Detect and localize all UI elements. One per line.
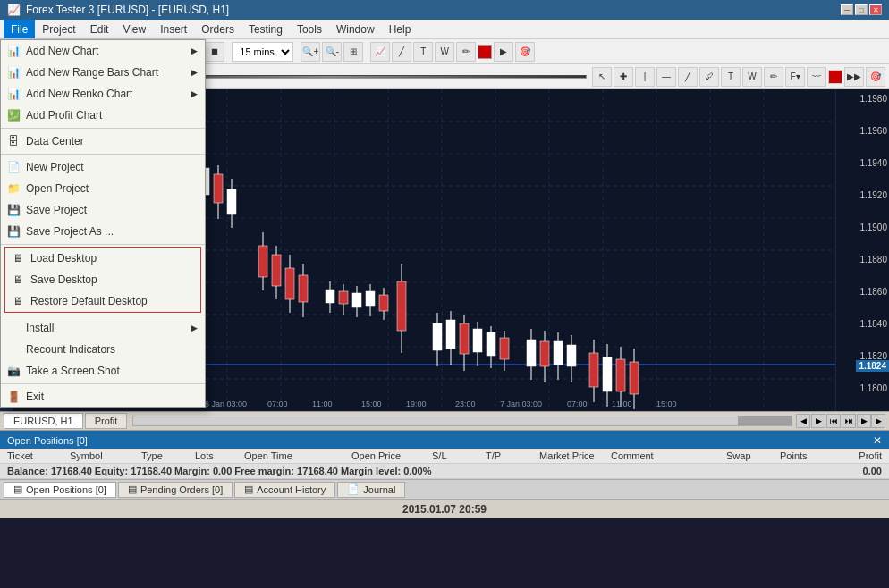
extra-btn[interactable]: 🎯 bbox=[866, 67, 885, 87]
tab-profit[interactable]: Profit bbox=[85, 413, 128, 429]
menu-add-range-bars[interactable]: 📊 Add New Range Bars Chart bbox=[1, 62, 205, 83]
menu-install[interactable]: Install bbox=[1, 317, 205, 339]
menu-save-project[interactable]: 💾 Save Project bbox=[1, 199, 205, 221]
status-text: 2015.01.07 20:59 bbox=[402, 503, 487, 516]
W-btn[interactable]: W bbox=[742, 67, 762, 87]
menu-tools[interactable]: Tools bbox=[290, 20, 329, 38]
menu-orders[interactable]: Orders bbox=[194, 20, 241, 38]
menu-file[interactable]: File bbox=[4, 20, 35, 38]
tab-prev-btn[interactable]: ◀ bbox=[796, 414, 810, 428]
svg-rect-77 bbox=[460, 323, 469, 354]
menu-testing[interactable]: Testing bbox=[241, 20, 290, 38]
text2-btn[interactable]: T bbox=[721, 67, 741, 87]
color2-btn[interactable] bbox=[828, 70, 842, 84]
close-panel-btn[interactable]: ✕ bbox=[873, 434, 882, 447]
col-lots: Lots bbox=[188, 450, 237, 461]
status-bar: 2015.01.07 20:59 bbox=[0, 499, 889, 518]
f-btn[interactable]: F▾ bbox=[785, 67, 805, 87]
tab-last-btn[interactable]: ⏭ bbox=[842, 414, 856, 428]
tline-btn[interactable]: ╱ bbox=[678, 67, 698, 87]
menu-data-center[interactable]: 🗄 Data Center bbox=[1, 130, 205, 152]
tab-add-btn[interactable]: ▶ bbox=[857, 414, 871, 428]
sep4 bbox=[1, 315, 205, 315]
zoom-out-btn[interactable]: 🔍- bbox=[322, 42, 342, 62]
menu-help[interactable]: Help bbox=[382, 20, 419, 38]
zoom-fit-btn[interactable]: ⊞ bbox=[343, 42, 363, 62]
chart2-icon: 📊 bbox=[6, 65, 21, 80]
color-btn[interactable] bbox=[478, 45, 492, 59]
sep2 bbox=[1, 154, 205, 155]
tab-first-btn[interactable]: ⏮ bbox=[826, 414, 841, 428]
tab-next-btn[interactable]: ▶ bbox=[811, 414, 826, 428]
profit-icon: 💹 bbox=[6, 108, 21, 122]
cursor-btn[interactable]: ↖ bbox=[592, 67, 612, 87]
col-profit: Profit bbox=[826, 450, 889, 461]
menu-window[interactable]: Window bbox=[329, 20, 382, 38]
svg-rect-69 bbox=[379, 295, 388, 311]
menu-save-desktop[interactable]: 🖥 Save Desktop bbox=[5, 269, 200, 290]
zoom-in-btn[interactable]: 🔍+ bbox=[301, 42, 320, 62]
desktop-icon: 🖥 bbox=[11, 251, 25, 265]
menu-edit[interactable]: Edit bbox=[83, 20, 116, 38]
tab-scrollbar-thumb[interactable] bbox=[738, 416, 792, 425]
tab-scrollbar[interactable] bbox=[132, 416, 792, 426]
menu-screenshot[interactable]: 📷 Take a Screen Shot bbox=[1, 360, 205, 382]
tab-pending-orders[interactable]: ▤ Pending Orders [0] bbox=[118, 482, 233, 498]
svg-text:15:00: 15:00 bbox=[361, 399, 382, 408]
svg-text:11:00: 11:00 bbox=[612, 399, 632, 408]
menu-open-project[interactable]: 📁 Open Project bbox=[1, 178, 205, 199]
menu-save-project-as[interactable]: 💾 Save Project As ... bbox=[1, 221, 205, 242]
text-btn[interactable]: T bbox=[413, 42, 433, 62]
svg-rect-61 bbox=[326, 290, 334, 303]
close-button[interactable]: ✕ bbox=[869, 4, 882, 15]
menu-add-profit[interactable]: 💹 Add Profit Chart bbox=[1, 105, 205, 126]
menu-recount[interactable]: Recount Indicators bbox=[1, 339, 205, 360]
tool1-btn[interactable]: W bbox=[435, 42, 454, 62]
fib-btn[interactable]: 🎯 bbox=[515, 42, 535, 62]
tab-account-history[interactable]: ▤ Account History bbox=[234, 482, 335, 498]
more-btn[interactable]: ▶ bbox=[494, 42, 513, 62]
wave-btn[interactable]: 〰 bbox=[807, 67, 826, 87]
tab-journal[interactable]: 📄 Journal bbox=[337, 482, 405, 498]
menu-bar: File Project Edit View Insert Orders Tes… bbox=[0, 20, 889, 39]
menu-load-desktop[interactable]: 🖥 Load Desktop bbox=[5, 248, 200, 269]
tab-eurusd-h1[interactable]: EURUSD, H1 bbox=[4, 413, 83, 429]
minimize-button[interactable]: ─ bbox=[841, 4, 853, 15]
col-swap: Swap bbox=[719, 450, 773, 461]
svg-text:6 Jan 03:00: 6 Jan 03:00 bbox=[205, 399, 247, 408]
menu-add-renko[interactable]: 📊 Add New Renko Chart bbox=[1, 83, 205, 105]
menu-add-new-chart[interactable]: 📊 Add New Chart bbox=[1, 40, 205, 62]
svg-rect-57 bbox=[285, 268, 294, 299]
indicator-btn[interactable]: 📈 bbox=[370, 42, 390, 62]
cross-btn[interactable]: ✚ bbox=[614, 67, 633, 87]
restoredesktop-icon: 🖥 bbox=[11, 294, 25, 308]
menu-insert[interactable]: Insert bbox=[153, 20, 194, 38]
tool2-btn[interactable]: ✏ bbox=[456, 42, 476, 62]
speed-select[interactable]: 15 mins 1 min 5 mins 30 mins 1 hour bbox=[232, 42, 293, 62]
tab-close-btn[interactable]: ▶ bbox=[871, 414, 885, 428]
menu-new-project[interactable]: 📄 New Project bbox=[1, 156, 205, 178]
maximize-button[interactable]: □ bbox=[855, 4, 868, 15]
saveas-icon: 💾 bbox=[6, 224, 21, 239]
tab-open-positions[interactable]: ▤ Open Positions [0] bbox=[4, 482, 116, 498]
more2-btn[interactable]: ▶▶ bbox=[844, 67, 864, 87]
menu-view[interactable]: View bbox=[115, 20, 153, 38]
menu-restore-desktop[interactable]: 🖥 Restore Default Desktop bbox=[5, 290, 200, 312]
hline-btn[interactable]: — bbox=[656, 67, 676, 87]
menu-exit[interactable]: 🚪 Exit bbox=[1, 386, 205, 407]
vline-btn[interactable]: | bbox=[635, 67, 655, 87]
bottom-panel-header: Open Positions [0] ✕ bbox=[0, 433, 889, 449]
chart3-icon: 📊 bbox=[6, 87, 21, 101]
line-btn[interactable]: ╱ bbox=[392, 42, 411, 62]
draw-btn[interactable]: 🖊 bbox=[699, 67, 719, 87]
svg-rect-95 bbox=[603, 357, 612, 391]
svg-rect-75 bbox=[446, 320, 455, 349]
svg-rect-67 bbox=[366, 291, 375, 306]
stop-btn[interactable]: ⏹ bbox=[205, 42, 224, 62]
bottom-panel: Open Positions [0] ✕ Ticket Symbol Type … bbox=[0, 431, 889, 479]
menu-project[interactable]: Project bbox=[35, 20, 82, 38]
pen-btn[interactable]: ✏ bbox=[764, 67, 783, 87]
svg-rect-65 bbox=[352, 293, 361, 307]
table-icon: ▤ bbox=[13, 483, 22, 495]
title-bar: 📈 Forex Tester 3 [EURUSD] - [EURUSD, H1]… bbox=[0, 0, 889, 20]
